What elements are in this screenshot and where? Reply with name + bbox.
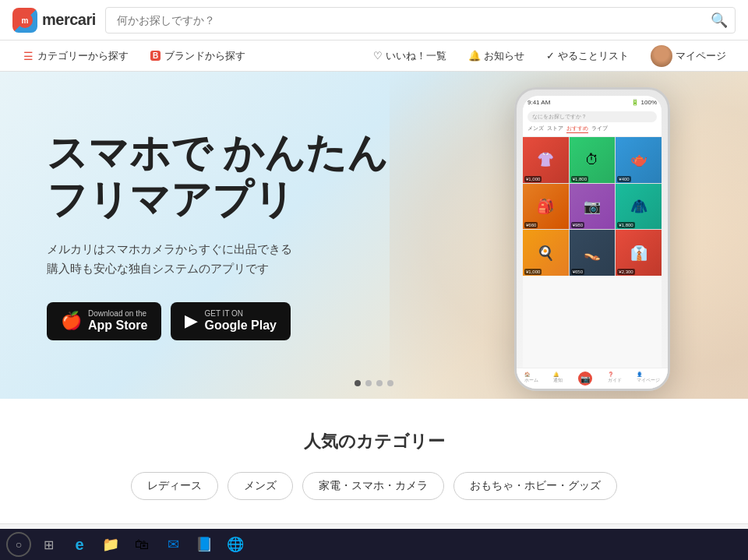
- todo-nav-item[interactable]: ✓ やることリスト: [537, 41, 638, 72]
- taskbar-mail[interactable]: ✉: [159, 530, 187, 558]
- phone-notification-icon: 🔔通知: [553, 372, 563, 382]
- phone-tabs: メンズ ストア おすすめ ライブ: [527, 125, 657, 133]
- mypage-label: マイページ: [676, 49, 726, 63]
- store-icon: 🛍: [135, 537, 149, 553]
- phone-price-7: ¥1,000: [524, 269, 542, 275]
- mypage-nav-item[interactable]: マイページ: [641, 41, 736, 72]
- taskbar-chrome[interactable]: 🌐: [221, 530, 249, 558]
- hero-content: スマホで かんたん フリマアプリ メルカリはスマホカメラからすぐに出品できる 購…: [0, 99, 435, 372]
- phone-battery: 🔋 100%: [631, 99, 657, 106]
- phone-price-6: ¥1,800: [617, 222, 634, 228]
- taskbar-edge[interactable]: e: [65, 530, 94, 558]
- phone-price-1: ¥1,000: [524, 176, 542, 182]
- taskbar-explorer[interactable]: 📁: [97, 530, 125, 558]
- category-label: カテゴリーから探す: [37, 49, 129, 63]
- googleplay-button[interactable]: ▶ GET IT ON Google Play: [171, 302, 290, 340]
- phone-tab-osusume: おすすめ: [566, 125, 588, 133]
- brand-label: ブランドから探す: [164, 49, 245, 63]
- phone-search-bar: なにをお探しですか？: [527, 111, 657, 122]
- search-button[interactable]: 🔍: [711, 12, 728, 29]
- app-buttons: 🍎 Download on the App Store ▶ GET IT ON …: [47, 302, 388, 340]
- hero-dot-2[interactable]: [365, 380, 372, 386]
- phone-mockup: 9:41 AM 🔋 100% なにをお探しですか？ メンズ ストア おすすめ ラ…: [514, 87, 686, 399]
- outlook-icon: 📘: [196, 536, 213, 553]
- edge-icon: e: [75, 536, 83, 554]
- logo-text: mercari: [42, 11, 96, 29]
- navbar: ☰ カテゴリーから探す B ブランドから探す ♡ いいね！一覧 🔔 お知らせ ✓…: [0, 41, 748, 72]
- googleplay-small: GET IT ON: [204, 310, 276, 318]
- heart-icon: ♡: [373, 50, 383, 62]
- phone-price-4: ¥660: [524, 222, 538, 228]
- phone-item-6: 🧥 ¥1,800: [616, 184, 662, 230]
- taskbar-start-button[interactable]: ○: [6, 532, 31, 557]
- hero-subtitle-line1: メルカリはスマホカメラからすぐに出品できる: [47, 242, 292, 255]
- category-toys[interactable]: おもちゃ・ホビー・グッズ: [453, 472, 617, 500]
- likes-label: いいね！一覧: [386, 49, 446, 63]
- notification-label: お知らせ: [484, 49, 524, 63]
- phone-time: 9:41 AM: [527, 99, 550, 106]
- phone-outer: 9:41 AM 🔋 100% なにをお探しですか？ メンズ ストア おすすめ ラ…: [514, 87, 670, 391]
- phone-camera-btn[interactable]: 📷: [578, 372, 592, 382]
- google-icon: ▶: [185, 311, 198, 331]
- taskbar: ○ ⊞ e 📁 🛍 ✉ 📘 🌐: [0, 529, 748, 560]
- header: m mercari 🔍: [0, 0, 748, 41]
- phone-help-icon: ❓ガイド: [608, 372, 622, 382]
- hero-dot-1[interactable]: [355, 380, 361, 386]
- hero-dots: [355, 380, 393, 386]
- hero-title-line1: スマホで かんたん: [47, 130, 388, 175]
- search-bar[interactable]: 🔍: [105, 7, 736, 33]
- todo-label: やることリスト: [558, 49, 629, 63]
- phone-grid: 👚 ¥1,000 ⏱ ¥1,800 🫖 ¥400 🎒 ¥660: [523, 137, 662, 276]
- phone-tab-store: ストア: [547, 125, 563, 133]
- phone-status-bar: 9:41 AM 🔋 100%: [523, 96, 662, 108]
- phone-item-9: 👔 ¥2,300: [616, 230, 662, 276]
- nav-right: ♡ いいね！一覧 🔔 お知らせ ✓ やることリスト マイページ: [364, 41, 736, 72]
- phone-tab-mens: メンズ: [527, 125, 544, 133]
- check-icon: ✓: [546, 50, 555, 62]
- phone-item-3: 🫖 ¥400: [616, 137, 662, 183]
- likes-nav-item[interactable]: ♡ いいね！一覧: [364, 41, 456, 72]
- chrome-icon: 🌐: [227, 536, 244, 553]
- hero-dot-3[interactable]: [376, 380, 383, 386]
- phone-price-8: ¥650: [571, 269, 584, 275]
- avatar: [651, 45, 672, 67]
- taskbar-outlook[interactable]: 📘: [190, 530, 218, 558]
- notification-nav-item[interactable]: 🔔 お知らせ: [459, 41, 534, 72]
- googleplay-large: Google Play: [204, 318, 276, 333]
- brand-icon: B: [150, 51, 161, 61]
- apple-icon: 🍎: [61, 311, 82, 331]
- category-electronics[interactable]: 家電・スマホ・カメラ: [302, 472, 444, 500]
- category-ladies[interactable]: レディース: [131, 472, 218, 500]
- brand-nav-item[interactable]: B ブランドから探す: [139, 41, 256, 72]
- phone-item-2: ⏱ ¥1,800: [570, 137, 616, 183]
- bell-icon: 🔔: [468, 50, 481, 62]
- category-nav-item[interactable]: ☰ カテゴリーから探す: [12, 41, 139, 72]
- avatar-image: [651, 45, 672, 67]
- taskbar-store[interactable]: 🛍: [128, 530, 156, 558]
- category-mens[interactable]: メンズ: [228, 472, 293, 500]
- category-pills: レディース メンズ 家電・スマホ・カメラ おもちゃ・ホビー・グッズ: [16, 472, 732, 500]
- search-input[interactable]: [105, 7, 736, 33]
- appstore-button[interactable]: 🍎 Download on the App Store: [47, 302, 161, 340]
- phone-item-7: 🍳 ¥1,000: [523, 230, 569, 276]
- logo-icon: m: [12, 8, 37, 33]
- taskbar-task-view[interactable]: ⊞: [34, 530, 62, 558]
- phone-item-4: 🎒 ¥660: [523, 184, 569, 230]
- googleplay-text: GET IT ON Google Play: [204, 310, 276, 333]
- categories-section: 人気のカテゴリー レディース メンズ 家電・スマホ・カメラ おもちゃ・ホビー・グ…: [0, 399, 748, 523]
- categories-title: 人気のカテゴリー: [16, 430, 732, 453]
- hero-subtitle: メルカリはスマホカメラからすぐに出品できる 購入時も安心な独自システムのアプリで…: [47, 239, 388, 279]
- appstore-large: App Store: [88, 318, 147, 333]
- hero-section: スマホで かんたん フリマアプリ メルカリはスマホカメラからすぐに出品できる 購…: [0, 72, 748, 399]
- phone-screen: 9:41 AM 🔋 100% なにをお探しですか？ メンズ ストア おすすめ ラ…: [523, 96, 662, 382]
- appstore-text: Download on the App Store: [88, 310, 147, 333]
- phone-bottom-bar: 🏠ホーム 🔔通知 📷 ❓ガイド 👤マイページ: [523, 368, 662, 382]
- phone-camera-icon: 📷: [578, 372, 592, 382]
- task-view-icon: ⊞: [44, 537, 54, 552]
- mail-icon: ✉: [168, 536, 179, 553]
- svg-text:m: m: [22, 16, 29, 25]
- phone-item-8: 👡 ¥650: [570, 230, 616, 276]
- logo[interactable]: m mercari: [12, 8, 96, 33]
- phone-profile-icon: 👤マイページ: [637, 372, 660, 382]
- phone-home-icon: 🏠ホーム: [524, 372, 538, 382]
